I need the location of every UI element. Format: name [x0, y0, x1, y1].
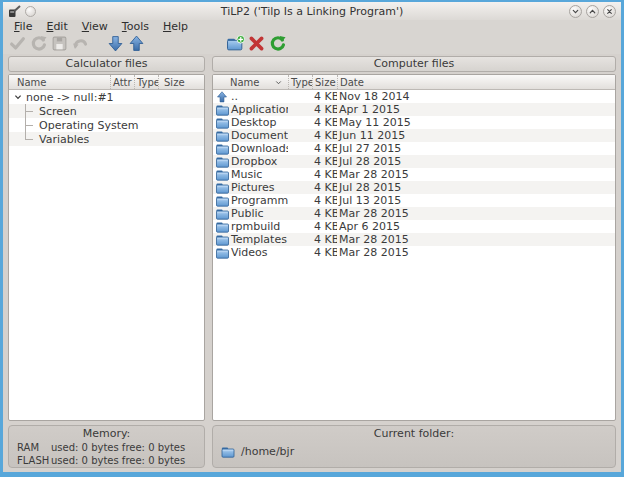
menu-help[interactable]: Help — [156, 20, 195, 33]
minimize-button[interactable] — [569, 5, 582, 18]
toolbar — [3, 33, 621, 54]
file-row-videos[interactable]: Videos 4 KB Mar 28 2015 — [213, 246, 615, 259]
refresh-dirlist-button[interactable] — [267, 34, 288, 53]
file-name: Downloads — [229, 142, 288, 155]
column-name-label: Name — [230, 75, 260, 89]
tree-item-label: Variables — [36, 133, 89, 146]
file-name: rpmbuild — [229, 220, 288, 233]
file-row-music[interactable]: Music 4 KB Mar 28 2015 — [213, 168, 615, 181]
check-button[interactable] — [7, 34, 28, 53]
new-folder-button[interactable] — [225, 34, 246, 53]
titlebar[interactable]: TiLP2 ('Tilp Is a Linking Program') — [3, 2, 621, 20]
column-date[interactable]: Date — [337, 75, 615, 89]
file-row-item[interactable]: .. 4 KB Nov 18 2014 — [213, 90, 615, 103]
folder-icon — [216, 221, 229, 233]
tilp2-window: TiLP2 ('Tilp Is a Linking Program') File… — [0, 0, 624, 477]
file-row-templates[interactable]: Templates 4 KB Mar 28 2015 — [213, 233, 615, 246]
file-date: Jul 13 2015 — [337, 194, 615, 207]
memory-panel: Memory: RAM used: 0 bytes free: 0 bytes … — [8, 425, 205, 468]
folder-icon — [216, 234, 229, 246]
column-type[interactable]: Type — [134, 75, 158, 89]
file-row-downloads[interactable]: Downloads 4 KB Jul 27 2015 — [213, 142, 615, 155]
file-size: 4 KB — [312, 142, 337, 155]
tree-row-operating-system[interactable]: Operating System — [9, 118, 204, 132]
menubar: FileEditViewToolsHelp — [3, 20, 621, 33]
file-list: .. 4 KB Nov 18 2014 — [213, 90, 615, 420]
save-button[interactable] — [49, 34, 70, 53]
folder-icon — [216, 130, 229, 142]
file-name: Templates — [229, 233, 288, 246]
file-size: 4 KB — [312, 103, 337, 116]
current-folder-row: /home/bjr — [213, 445, 615, 458]
column-size[interactable]: Size — [312, 75, 337, 89]
file-size: 4 KB — [312, 90, 337, 103]
folder-icon — [216, 247, 229, 259]
new-folder-icon — [227, 35, 245, 52]
folder-icon — [216, 143, 229, 155]
menu-file[interactable]: File — [7, 20, 39, 33]
file-row-dropbox[interactable]: Dropbox 4 KB Jul 28 2015 — [213, 155, 615, 168]
column-attr[interactable]: Attr — [110, 75, 134, 89]
refresh-button[interactable] — [28, 34, 49, 53]
memory-ram-label: RAM — [17, 441, 51, 454]
file-name: Applications — [229, 103, 288, 116]
folder-icon — [216, 169, 229, 181]
file-name: Public — [229, 207, 288, 220]
menu-tools[interactable]: Tools — [115, 20, 156, 33]
file-date: Mar 28 2015 — [337, 168, 615, 181]
menu-edit[interactable]: Edit — [39, 20, 74, 33]
arrow-down-button[interactable] — [105, 34, 126, 53]
file-row-rpmbuild[interactable]: rpmbuild 4 KB Apr 6 2015 — [213, 220, 615, 233]
refresh-icon — [30, 35, 47, 52]
folder-icon — [216, 182, 229, 194]
revert-button[interactable] — [70, 34, 91, 53]
arrow-up-icon — [128, 35, 145, 52]
computer-panel: Computer files Name Type Size Date — [212, 56, 616, 468]
memory-flash-value: used: 0 bytes free: 0 bytes — [51, 454, 185, 467]
tree-row-root[interactable]: none -> null:#1 — [9, 90, 204, 104]
file-date: Jul 28 2015 — [337, 181, 615, 194]
memory-title: Memory: — [9, 427, 204, 441]
file-row-documents[interactable]: Documents 4 KB Jun 11 2015 — [213, 129, 615, 142]
column-size[interactable]: Size — [158, 75, 204, 89]
menu-view[interactable]: View — [75, 20, 115, 33]
tree-branch-icon — [25, 104, 36, 118]
close-button[interactable] — [603, 5, 616, 18]
current-folder-path: /home/bjr — [241, 445, 294, 458]
refresh-green-icon — [269, 35, 286, 52]
tree-row-screen[interactable]: Screen — [9, 104, 204, 118]
file-row-desktop[interactable]: Desktop 4 KB May 11 2015 — [213, 116, 615, 129]
file-size: 4 KB — [312, 246, 337, 259]
file-row-programming[interactable]: Programming 4 KB Jul 13 2015 — [213, 194, 615, 207]
window-title: TiLP2 ('Tilp Is a Linking Program') — [3, 5, 621, 18]
calculator-files-title: Calculator files — [8, 56, 205, 72]
file-date: Apr 6 2015 — [337, 220, 615, 233]
file-size: 4 KB — [312, 116, 337, 129]
column-name[interactable]: Name — [213, 75, 288, 89]
memory-ram-row: RAM used: 0 bytes free: 0 bytes — [9, 441, 204, 454]
calculator-column-header: Name Attr Type Size — [9, 75, 204, 90]
folder-icon — [216, 208, 229, 220]
tree-row-variables[interactable]: Variables — [9, 132, 204, 146]
file-name: Dropbox — [229, 155, 288, 168]
file-date: Jul 28 2015 — [337, 155, 615, 168]
maximize-button[interactable] — [586, 5, 599, 18]
expander-icon[interactable] — [12, 93, 24, 101]
arrow-up-button[interactable] — [126, 34, 147, 53]
file-size: 4 KB — [312, 207, 337, 220]
file-name: Desktop — [229, 116, 288, 129]
file-size: 4 KB — [312, 129, 337, 142]
file-row-public[interactable]: Public 4 KB Mar 28 2015 — [213, 207, 615, 220]
tree-branch-icon — [25, 118, 36, 132]
revert-icon — [72, 35, 89, 52]
column-name[interactable]: Name — [9, 75, 110, 89]
file-size: 4 KB — [312, 168, 337, 181]
file-date: Jul 27 2015 — [337, 142, 615, 155]
file-row-applications[interactable]: Applications 4 KB Apr 1 2015 — [213, 103, 615, 116]
delete-button[interactable] — [246, 34, 267, 53]
column-type[interactable]: Type — [288, 75, 312, 89]
file-name: .. — [229, 90, 288, 103]
window-menu-button[interactable] — [25, 6, 36, 17]
delete-x-icon — [248, 35, 265, 52]
file-row-pictures[interactable]: Pictures 4 KB Jul 28 2015 — [213, 181, 615, 194]
